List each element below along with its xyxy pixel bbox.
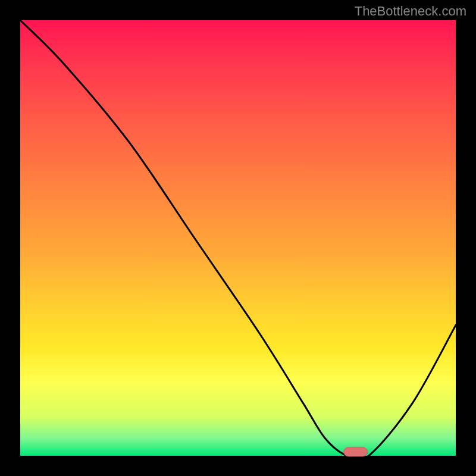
watermark-text: TheBottleneck.com [355, 4, 466, 19]
chart-svg [20, 20, 456, 456]
optimal-marker [344, 447, 368, 456]
chart-plot-area [20, 20, 456, 456]
bottleneck-curve [20, 20, 456, 461]
